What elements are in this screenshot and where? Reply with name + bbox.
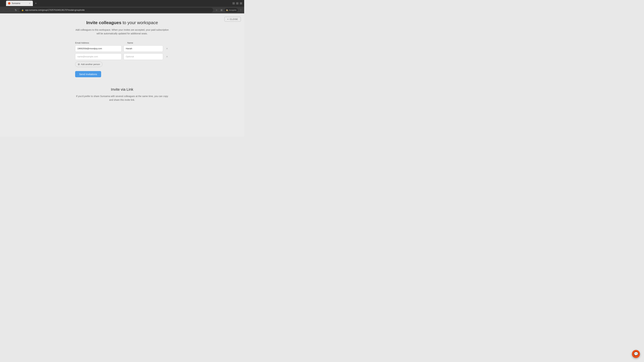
send-invitations-button[interactable]: Send Invitations bbox=[75, 71, 101, 77]
tab-favicon bbox=[8, 2, 10, 4]
menu-button[interactable]: ⋮ bbox=[239, 8, 243, 12]
bookmark-button[interactable]: ☆ bbox=[214, 8, 218, 12]
invite-title-rest: to your workspace bbox=[122, 20, 158, 25]
invite-link-subtitle: If you'd prefer to share Sunsama with se… bbox=[75, 94, 169, 102]
url-text: app.sunsama.com/group/17025701040136170?… bbox=[25, 9, 211, 11]
incognito-label: Incognito bbox=[229, 9, 236, 11]
clear-row-2-button[interactable]: ✕ bbox=[165, 55, 169, 59]
incognito-icon: 🕵 bbox=[226, 9, 228, 11]
maximize-button[interactable]: □ bbox=[236, 2, 238, 4]
active-tab[interactable]: Sunsama ✕ bbox=[6, 1, 33, 6]
minimize-button[interactable]: ─ bbox=[232, 2, 235, 4]
form-headers: Email Address Name bbox=[75, 41, 169, 44]
name-input-2[interactable] bbox=[124, 53, 163, 60]
address-bar-actions: ☆ ⊞ 🕵 Incognito ⋮ bbox=[214, 8, 243, 12]
send-invitations-label: Send Invitations bbox=[79, 73, 97, 76]
email-input-1[interactable] bbox=[75, 45, 122, 52]
new-tab-button[interactable]: + bbox=[34, 1, 38, 6]
close-label: CLOSE bbox=[230, 18, 238, 20]
name-column-header: Name bbox=[127, 41, 169, 44]
split-screen-button[interactable]: ⊞ bbox=[220, 8, 224, 12]
address-bar-row: ← → ↻ 🔒 app.sunsama.com/group/1702570104… bbox=[0, 7, 244, 13]
main-container: Invite colleagues to your workspace Add … bbox=[72, 13, 172, 113]
tab-close-button[interactable]: ✕ bbox=[28, 2, 31, 5]
window-right-controls[interactable]: ─ □ ✕ bbox=[232, 2, 242, 4]
invite-title-bold: Invite colleagues bbox=[86, 20, 122, 25]
add-person-label: Add another person bbox=[81, 63, 100, 65]
invite-row-2: ✕ bbox=[75, 53, 169, 60]
invite-link-title: Invite via Link bbox=[75, 87, 169, 92]
address-bar[interactable]: 🔒 app.sunsama.com/group/1702570104013617… bbox=[20, 8, 213, 12]
add-person-icon: ⊕ bbox=[78, 63, 80, 66]
forward-button[interactable]: → bbox=[8, 8, 12, 12]
tab-title: Sunsama bbox=[12, 2, 20, 4]
invite-row-1: ✕ bbox=[75, 45, 169, 52]
invite-title: Invite colleagues to your workspace bbox=[75, 20, 169, 25]
email-input-2[interactable] bbox=[75, 53, 122, 60]
incognito-badge: 🕵 Incognito bbox=[224, 8, 238, 12]
email-column-header: Email Address bbox=[75, 41, 125, 44]
invite-subtitle: Add colleagues to this workspace. When y… bbox=[75, 28, 169, 35]
name-input-1[interactable] bbox=[124, 45, 163, 52]
close-x-icon: × bbox=[227, 18, 229, 20]
back-button[interactable]: ← bbox=[1, 8, 6, 12]
tab-bar-row: Sunsama ✕ + ─ □ ✕ bbox=[0, 0, 244, 7]
add-another-person-button[interactable]: ⊕ Add another person bbox=[75, 61, 102, 67]
clear-row-1-button[interactable]: ✕ bbox=[165, 46, 169, 51]
refresh-button[interactable]: ↻ bbox=[14, 8, 18, 12]
security-icon: 🔒 bbox=[22, 9, 24, 11]
invite-link-section: Invite via Link If you'd prefer to share… bbox=[75, 87, 169, 102]
tab-bar: Sunsama ✕ + bbox=[6, 1, 231, 6]
close-window-button[interactable]: ✕ bbox=[240, 2, 242, 4]
close-modal-button[interactable]: × CLOSE bbox=[224, 17, 241, 22]
page-content: × CLOSE Invite colleagues to your worksp… bbox=[0, 13, 244, 137]
